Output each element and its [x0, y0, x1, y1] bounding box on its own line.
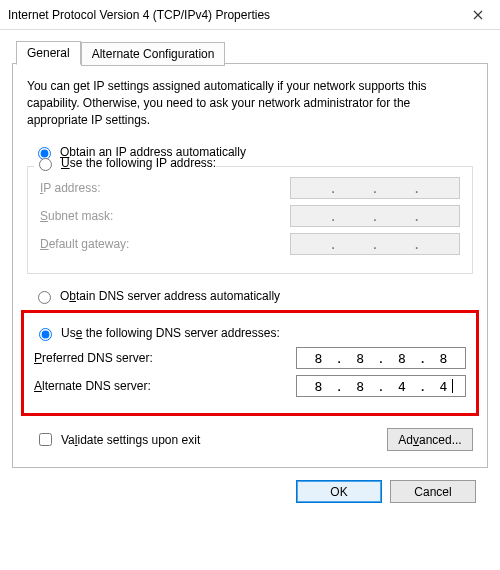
- subnet-mask-input: ...: [290, 205, 460, 227]
- radio-use-ip[interactable]: Use the following IP address:: [34, 155, 216, 171]
- radio-use-ip-input[interactable]: [39, 158, 52, 171]
- default-gateway-label: Default gateway:: [40, 237, 129, 251]
- subnet-mask-label: Subnet mask:: [40, 209, 113, 223]
- tabstrip: General Alternate Configuration: [12, 40, 488, 64]
- validate-checkbox[interactable]: [39, 433, 52, 446]
- advanced-button[interactable]: Advanced...: [387, 428, 473, 451]
- window-title: Internet Protocol Version 4 (TCP/IPv4) P…: [8, 8, 270, 22]
- default-gateway-input: ...: [290, 233, 460, 255]
- preferred-dns-label: Preferred DNS server:: [34, 351, 153, 365]
- alternate-dns-label: Alternate DNS server:: [34, 379, 151, 393]
- ip-address-input: ...: [290, 177, 460, 199]
- radio-use-dns-label: Use the following DNS server addresses:: [61, 326, 280, 340]
- bottom-row: Validate settings upon exit Advanced...: [27, 428, 473, 451]
- validate-checkbox-label: Validate settings upon exit: [61, 433, 200, 447]
- radio-obtain-dns-auto-input[interactable]: [38, 291, 51, 304]
- radio-obtain-dns-auto[interactable]: Obtain DNS server address automatically: [27, 288, 473, 304]
- tab-alternate-configuration[interactable]: Alternate Configuration: [81, 42, 226, 66]
- text-caret: [452, 379, 453, 393]
- validate-checkbox-row[interactable]: Validate settings upon exit: [27, 430, 200, 449]
- window-body: General Alternate Configuration You can …: [0, 30, 500, 515]
- radio-use-ip-label: Use the following IP address:: [61, 156, 216, 170]
- radio-use-dns[interactable]: Use the following DNS server addresses:: [34, 325, 466, 341]
- dns-highlight-box: Use the following DNS server addresses: …: [21, 310, 479, 416]
- description-text: You can get IP settings assigned automat…: [27, 78, 473, 128]
- radio-obtain-dns-auto-label: Obtain DNS server address automatically: [60, 289, 280, 303]
- close-icon: [473, 10, 483, 20]
- tabpage-general: You can get IP settings assigned automat…: [12, 63, 488, 468]
- dialog-buttons: OK Cancel: [12, 468, 488, 503]
- ip-static-group: Use the following IP address: IP address…: [27, 166, 473, 274]
- close-button[interactable]: [455, 0, 500, 30]
- ok-button[interactable]: OK: [296, 480, 382, 503]
- alternate-dns-input[interactable]: 8. 8. 4. 4: [296, 375, 466, 397]
- preferred-dns-input[interactable]: 8. 8. 8. 8: [296, 347, 466, 369]
- radio-use-dns-input[interactable]: [39, 328, 52, 341]
- tab-general[interactable]: General: [16, 41, 81, 65]
- cancel-button[interactable]: Cancel: [390, 480, 476, 503]
- ip-address-label: IP address:: [40, 181, 101, 195]
- titlebar: Internet Protocol Version 4 (TCP/IPv4) P…: [0, 0, 500, 30]
